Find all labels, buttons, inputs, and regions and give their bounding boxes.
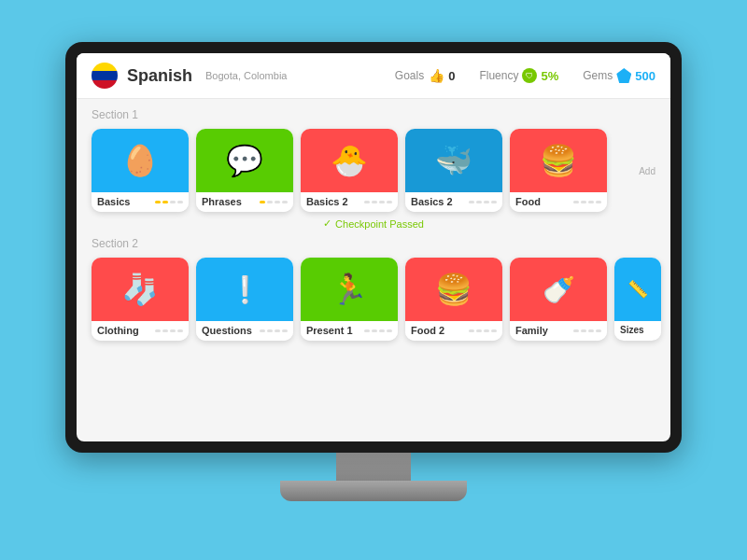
card-questions-footer: Questions (196, 321, 293, 341)
card-basics-image: 🥚 (92, 129, 189, 192)
fluency-label: Fluency (479, 69, 518, 82)
card-basics2a-footer: Basics 2 (301, 192, 398, 212)
dot1 (469, 201, 474, 203)
card-questions-title: Questions (202, 325, 252, 336)
card-food-dots (573, 201, 601, 203)
checkmark-icon: ✓ (323, 217, 331, 230)
dot4 (387, 201, 392, 203)
card-phrases-title: Phrases (202, 196, 242, 207)
card-basics2b-image: 🐳 (405, 129, 502, 192)
tv-stand-neck (336, 453, 411, 481)
card-food[interactable]: 🍔 Food (510, 129, 607, 212)
dot1 (260, 201, 265, 203)
card-family-image: 🍼 (510, 258, 607, 321)
card-food2[interactable]: 🍔 Food 2 (405, 258, 502, 341)
card-family-footer: Family (510, 321, 607, 341)
add-more-label: Add (639, 165, 655, 175)
card-sizes[interactable]: 📏 Sizes (614, 258, 661, 341)
dot4 (177, 201, 183, 203)
card-basics2b-dots (469, 201, 497, 203)
card-food-image: 🍔 (510, 129, 607, 192)
card-food2-dots (469, 329, 497, 332)
dot4 (282, 201, 288, 203)
card-phrases-footer: Phrases (196, 192, 293, 212)
tv-stand-base (280, 481, 467, 501)
card-basics-title: Basics (97, 196, 130, 207)
dot1 (155, 201, 161, 203)
card-basics2b[interactable]: 🐳 Basics 2 (405, 129, 502, 212)
fluency-stat: Fluency 🛡 5% (479, 68, 558, 83)
gems-value: 500 (635, 69, 655, 83)
main-content: Section 1 🥚 Basics (77, 99, 670, 441)
location-text: Bogota, Colombia (205, 70, 287, 81)
gems-icon (616, 68, 631, 83)
dot1 (573, 201, 579, 203)
dot2 (476, 201, 482, 203)
card-present1-dots (364, 329, 392, 332)
app-header: Spanish Bogota, Colombia Goals 👍 0 Fluen… (77, 53, 670, 99)
dot3 (275, 201, 280, 203)
card-clothing[interactable]: 🧦 Clothing (92, 258, 189, 341)
card-present1[interactable]: 🏃 Present 1 (301, 258, 398, 341)
card-family-title: Family (515, 325, 548, 336)
goals-stat: Goals 👍 0 (395, 67, 456, 84)
goals-value: 0 (448, 69, 455, 83)
card-basics2a[interactable]: 🐣 Basics 2 (301, 129, 398, 212)
card-sizes-title: Sizes (620, 325, 644, 335)
card-phrases-image: 💬 (196, 129, 293, 192)
card-food2-footer: Food 2 (405, 321, 502, 341)
card-family[interactable]: 🍼 Family (510, 258, 607, 341)
dot1 (364, 201, 370, 203)
card-basics-footer: Basics (92, 192, 189, 212)
flag-yellow (92, 63, 118, 71)
card-questions-image: ❕ (196, 258, 293, 321)
card-clothing-dots (155, 329, 183, 332)
card-basics2b-footer: Basics 2 (405, 192, 502, 212)
dot3 (484, 201, 489, 203)
tv-frame: Spanish Bogota, Colombia Goals 👍 0 Fluen… (65, 42, 682, 453)
tv-screen: Spanish Bogota, Colombia Goals 👍 0 Fluen… (77, 53, 670, 441)
flag-red (92, 80, 118, 89)
dot2 (581, 201, 586, 203)
goals-label: Goals (395, 69, 424, 82)
dot4 (491, 201, 497, 203)
card-basics2a-title: Basics 2 (306, 196, 348, 207)
language-title: Spanish (127, 66, 192, 86)
card-food2-image: 🍔 (405, 258, 502, 321)
dot3 (588, 201, 594, 203)
card-present1-image: 🏃 (301, 258, 398, 321)
card-questions-dots (260, 329, 288, 332)
section2-label: Section 2 (92, 237, 655, 250)
card-basics[interactable]: 🥚 Basics (92, 129, 189, 212)
card-present1-title: Present 1 (306, 325, 353, 336)
card-basics2a-image: 🐣 (301, 129, 398, 192)
section2-cards-row: 🧦 Clothing (92, 258, 655, 341)
fluency-value: 5% (541, 69, 558, 83)
card-basics-dots (155, 201, 183, 203)
section1-cards-row: 🥚 Basics (92, 129, 655, 212)
card-food-footer: Food (510, 192, 607, 212)
section1-label: Section 1 (92, 108, 655, 121)
dot2 (267, 201, 273, 203)
card-sizes-footer: Sizes (614, 321, 661, 340)
card-food-title: Food (515, 196, 541, 207)
gems-stat: Gems 500 (583, 68, 655, 83)
card-clothing-footer: Clothing (92, 321, 189, 341)
tv-wrapper: Spanish Bogota, Colombia Goals 👍 0 Fluen… (65, 42, 682, 518)
card-questions[interactable]: ❕ Questions (196, 258, 293, 341)
section1-cards-container: 🥚 Basics (92, 129, 655, 212)
dot3 (170, 201, 176, 203)
dot3 (379, 201, 385, 203)
card-phrases-dots (260, 201, 288, 203)
section2-area: Section 2 🧦 Clothing (92, 237, 655, 341)
screen-content: Spanish Bogota, Colombia Goals 👍 0 Fluen… (77, 53, 670, 441)
card-present1-footer: Present 1 (301, 321, 398, 341)
gems-label: Gems (583, 69, 613, 82)
checkpoint-banner: ✓ Checkpoint Passed (92, 212, 655, 235)
card-sizes-image: 📏 (614, 258, 661, 321)
card-food2-title: Food 2 (411, 325, 444, 336)
flag-blue (92, 71, 118, 79)
colombia-flag (92, 63, 118, 89)
card-phrases[interactable]: 💬 Phrases (196, 129, 293, 212)
card-clothing-image: 🧦 (92, 258, 189, 321)
